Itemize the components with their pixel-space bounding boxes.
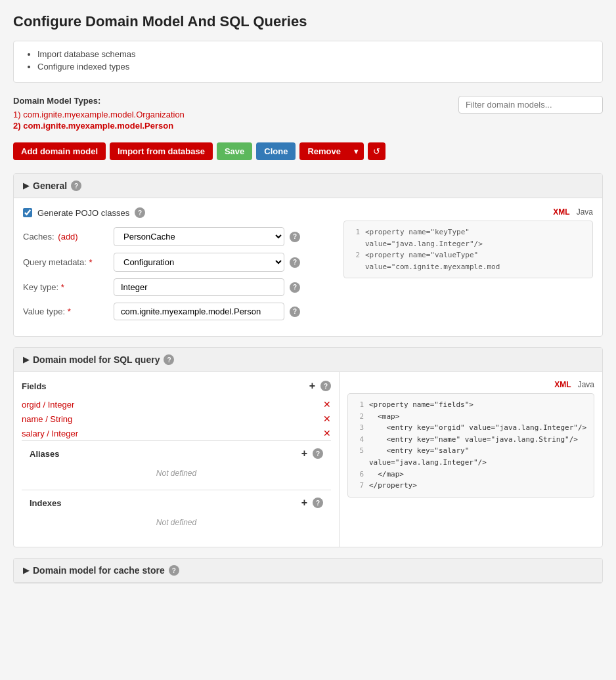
general-section-header: ▶ General ? xyxy=(14,174,602,198)
aliases-label: Aliases xyxy=(30,449,60,459)
fields-add-icon[interactable]: + xyxy=(309,380,315,392)
domain-filter-input[interactable] xyxy=(458,96,603,114)
general-xml-java-tabs: XML Java xyxy=(343,207,593,217)
field-name-remove-icon[interactable]: ✕ xyxy=(323,414,331,424)
sql-code-line-2: 2 <map> xyxy=(353,411,588,423)
general-help-icon[interactable]: ? xyxy=(71,181,81,191)
sql-query-left-panel: Fields + ? orgid / Integer ✕ name / Stri… xyxy=(14,372,340,547)
value-type-row: Value type: * ? xyxy=(23,303,330,320)
field-orgid-remove-icon[interactable]: ✕ xyxy=(323,399,331,410)
cache-store-help-icon[interactable]: ? xyxy=(169,565,179,576)
clone-button[interactable]: Clone xyxy=(256,142,296,160)
general-content: Generate POJO classes ? Caches: (add) Pe… xyxy=(23,207,593,327)
query-meta-label: Query metadata: * xyxy=(23,257,108,267)
field-item-salary: salary / Integer ✕ xyxy=(22,426,331,440)
undo-button[interactable]: ↺ xyxy=(368,142,385,160)
indexes-header: Indexes + ? xyxy=(30,497,323,509)
model-list: 1) com.ignite.myexample.model.Organizati… xyxy=(13,110,185,131)
field-orgid-label[interactable]: orgid / Integer xyxy=(22,400,74,410)
query-meta-help-icon[interactable]: ? xyxy=(290,257,300,268)
aliases-sub-section: Aliases + ? Not defined xyxy=(22,440,331,490)
sql-query-section-header: ▶ Domain model for SQL query ? xyxy=(14,348,602,372)
sql-query-title: Domain model for SQL query xyxy=(33,354,160,365)
query-meta-select[interactable]: Configuration xyxy=(114,253,284,272)
model-item-2[interactable]: 2) com.ignite.myexample.model.Person xyxy=(13,121,185,131)
cache-store-section: ▶ Domain model for cache store ? xyxy=(13,558,603,584)
remove-button-group: Remove ▾ xyxy=(299,142,364,160)
domain-header-row: Domain Model Types: 1) com.ignite.myexam… xyxy=(13,96,603,132)
sql-code-line-7: 7 </property> xyxy=(353,480,588,492)
general-code-block: 1 <property name="keyType" value="java.l… xyxy=(343,221,593,278)
cache-store-arrow-icon: ▶ xyxy=(23,566,29,575)
field-salary-remove-icon[interactable]: ✕ xyxy=(323,428,331,438)
cache-store-title: Domain model for cache store xyxy=(33,565,165,576)
sql-code-line-3: 3 <entry key="orgid" value="java.lang.In… xyxy=(353,422,588,434)
sql-java-tab[interactable]: Java xyxy=(578,380,594,389)
fields-help-icon[interactable]: ? xyxy=(320,381,331,391)
indexes-add-icon[interactable]: + xyxy=(301,497,307,509)
generate-pojo-help-icon[interactable]: ? xyxy=(135,207,145,218)
general-section: ▶ General ? Generate POJO classes ? Cach… xyxy=(13,173,603,337)
caches-help-icon[interactable]: ? xyxy=(290,232,300,242)
general-body: Generate POJO classes ? Caches: (add) Pe… xyxy=(14,198,602,336)
aliases-help-icon[interactable]: ? xyxy=(313,448,323,459)
general-java-tab[interactable]: Java xyxy=(577,207,593,217)
value-type-input[interactable] xyxy=(114,303,284,320)
generate-pojo-checkbox[interactable] xyxy=(23,208,32,217)
sql-xml-tab[interactable]: XML xyxy=(554,380,571,389)
aliases-header-right: + ? xyxy=(301,448,323,459)
sql-xml-java-tabs: XML Java xyxy=(347,380,594,389)
query-meta-row: Query metadata: * Configuration ? xyxy=(23,253,330,272)
info-list: Import database schemas Configure indexe… xyxy=(37,49,592,72)
import-from-database-button[interactable]: Import from database xyxy=(110,142,213,160)
sql-query-help-icon[interactable]: ? xyxy=(164,354,174,365)
remove-button[interactable]: Remove xyxy=(299,142,349,160)
field-item-name: name / String ✕ xyxy=(22,412,331,426)
page-title: Configure Domain Model And SQL Queries xyxy=(13,13,603,30)
cache-store-section-header: ▶ Domain model for cache store ? xyxy=(14,559,602,583)
domain-model-label: Domain Model Types: xyxy=(13,96,185,106)
caches-select[interactable]: PersonCache xyxy=(114,227,284,246)
save-button[interactable]: Save xyxy=(217,142,252,160)
fields-header-right: + ? xyxy=(309,380,331,392)
general-right: XML Java 1 <property name="keyType" valu… xyxy=(343,207,593,327)
general-xml-tab[interactable]: XML xyxy=(553,207,569,217)
indexes-label: Indexes xyxy=(30,498,61,508)
add-domain-model-button[interactable]: Add domain model xyxy=(13,142,106,160)
sql-query-body: Fields + ? orgid / Integer ✕ name / Stri… xyxy=(14,372,602,547)
aliases-not-defined: Not defined xyxy=(30,463,323,483)
fields-sub-section: Fields + ? orgid / Integer ✕ name / Stri… xyxy=(22,380,331,440)
generate-pojo-label: Generate POJO classes xyxy=(37,208,129,218)
value-type-label: Value type: * xyxy=(23,307,108,316)
general-title: General xyxy=(33,181,67,191)
remove-dropdown-button[interactable]: ▾ xyxy=(349,142,364,160)
fields-label: Fields xyxy=(22,381,47,391)
key-type-help-icon[interactable]: ? xyxy=(290,282,300,293)
key-type-label: Key type: * xyxy=(23,282,108,292)
sql-code-line-5: 5 <entry key="salary" value="java.lang.I… xyxy=(353,445,588,468)
field-salary-label[interactable]: salary / Integer xyxy=(22,429,78,438)
sql-code-line-6: 6 </map> xyxy=(353,469,588,480)
sql-query-right-panel: XML Java 1 <property name="fields"> 2 <m… xyxy=(340,372,602,547)
key-type-input[interactable] xyxy=(114,278,284,296)
domain-model-left: Domain Model Types: 1) com.ignite.myexam… xyxy=(13,96,185,132)
value-type-help-icon[interactable]: ? xyxy=(290,307,300,317)
sql-query-arrow-icon: ▶ xyxy=(23,355,29,364)
model-item-1[interactable]: 1) com.ignite.myexample.model.Organizati… xyxy=(13,110,185,119)
aliases-add-icon[interactable]: + xyxy=(301,448,307,459)
domain-model-section: Domain Model Types: 1) com.ignite.myexam… xyxy=(13,96,603,132)
aliases-header: Aliases + ? xyxy=(30,448,323,459)
general-left: Generate POJO classes ? Caches: (add) Pe… xyxy=(23,207,330,327)
caches-row: Caches: (add) PersonCache ? xyxy=(23,227,330,246)
general-code-line-2: 2 <property name="valueType" value="com.… xyxy=(349,249,587,272)
sql-query-section: ▶ Domain model for SQL query ? Fields + … xyxy=(13,347,603,547)
sql-code-line-1: 1 <property name="fields"> xyxy=(353,399,588,411)
field-item-orgid: orgid / Integer ✕ xyxy=(22,397,331,412)
indexes-not-defined: Not defined xyxy=(30,513,323,532)
caches-label: Caches: (add) xyxy=(23,232,108,242)
indexes-help-icon[interactable]: ? xyxy=(313,498,323,508)
info-box: Import database schemas Configure indexe… xyxy=(13,41,603,83)
generate-pojo-row: Generate POJO classes ? xyxy=(23,207,330,218)
field-name-label[interactable]: name / String xyxy=(22,414,72,424)
info-item-2: Configure indexed types xyxy=(37,62,592,72)
